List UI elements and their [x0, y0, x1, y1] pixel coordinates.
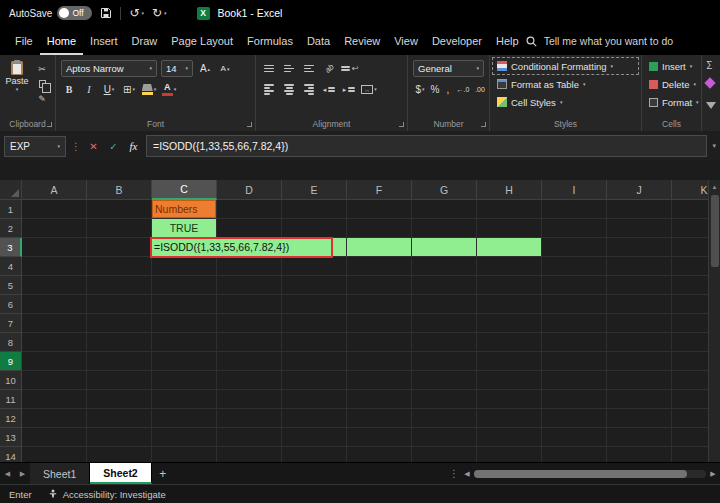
bold-button[interactable]: B — [61, 81, 77, 98]
align-top-button[interactable] — [261, 60, 277, 77]
cell-B4[interactable] — [87, 257, 152, 276]
orientation-button[interactable] — [321, 60, 337, 77]
decrease-indent-button[interactable] — [321, 81, 337, 98]
autosum-button[interactable]: ∑ — [706, 59, 720, 69]
merge-center-button[interactable] — [361, 81, 377, 98]
cell-C11[interactable] — [152, 390, 217, 409]
cell-E9[interactable] — [282, 352, 347, 371]
row-header-11[interactable]: 11 — [0, 390, 22, 409]
cut-button[interactable]: ✂ — [34, 62, 50, 75]
menu-tab-review[interactable]: Review — [337, 29, 387, 55]
comma-style-button[interactable]: , — [443, 81, 453, 98]
cell-B7[interactable] — [87, 314, 152, 333]
cell-H6[interactable] — [477, 295, 542, 314]
column-header-I[interactable]: I — [542, 180, 607, 200]
row-header-12[interactable]: 12 — [0, 409, 22, 428]
row-header-1[interactable]: 1 — [0, 200, 22, 219]
cell-E2[interactable] — [282, 219, 347, 238]
cell-D6[interactable] — [217, 295, 282, 314]
menu-tab-page-layout[interactable]: Page Layout — [164, 29, 240, 55]
cell-H3[interactable] — [477, 238, 542, 257]
cell-A4[interactable] — [22, 257, 87, 276]
row-header-13[interactable]: 13 — [0, 428, 22, 447]
cell-A3[interactable] — [22, 238, 87, 257]
enter-button[interactable]: ✓ — [106, 141, 121, 152]
cell-F13[interactable] — [347, 428, 412, 447]
row-header-7[interactable]: 7 — [0, 314, 22, 333]
cell-C12[interactable] — [152, 409, 217, 428]
cell-H4[interactable] — [477, 257, 542, 276]
column-header-F[interactable]: F — [347, 180, 412, 200]
cell-B8[interactable] — [87, 333, 152, 352]
cell-D11[interactable] — [217, 390, 282, 409]
cell-A13[interactable] — [22, 428, 87, 447]
cell-F2[interactable] — [347, 219, 412, 238]
cell-G3[interactable] — [412, 238, 477, 257]
cell-I2[interactable] — [542, 219, 607, 238]
cell-B6[interactable] — [87, 295, 152, 314]
redo-button[interactable]: ↻ — [152, 7, 167, 19]
cell-I5[interactable] — [542, 276, 607, 295]
cell-A7[interactable] — [22, 314, 87, 333]
select-all-corner[interactable] — [0, 180, 22, 200]
cell-C13[interactable] — [152, 428, 217, 447]
cell-F4[interactable] — [347, 257, 412, 276]
cell-H7[interactable] — [477, 314, 542, 333]
decrease-font-size-button[interactable] — [217, 60, 233, 77]
copy-button[interactable] — [34, 77, 50, 90]
cell-E13[interactable] — [282, 428, 347, 447]
cell-C8[interactable] — [152, 333, 217, 352]
menu-tab-home[interactable]: Home — [40, 29, 83, 55]
font-dialog-launcher[interactable] — [247, 122, 252, 127]
cell-A14[interactable] — [22, 447, 87, 462]
cell-H9[interactable] — [477, 352, 542, 371]
autosave-switch[interactable]: Off — [57, 6, 92, 20]
row-header-2[interactable]: 2 — [0, 219, 22, 238]
cell-G5[interactable] — [412, 276, 477, 295]
cell-C7[interactable] — [152, 314, 217, 333]
cell-G8[interactable] — [412, 333, 477, 352]
cell-G13[interactable] — [412, 428, 477, 447]
cell-H14[interactable] — [477, 447, 542, 462]
scroll-up-icon[interactable] — [712, 180, 718, 193]
column-header-B[interactable]: B — [87, 180, 152, 200]
name-box[interactable]: EXP — [4, 136, 66, 157]
borders-button[interactable]: ⊞ — [121, 81, 137, 98]
column-header-C[interactable]: C — [152, 180, 217, 200]
cell-D2[interactable] — [217, 219, 282, 238]
cell-I6[interactable] — [542, 295, 607, 314]
row-header-5[interactable]: 5 — [0, 276, 22, 295]
save-button[interactable] — [100, 7, 112, 19]
cell-F5[interactable] — [347, 276, 412, 295]
cell-H5[interactable] — [477, 276, 542, 295]
sheet-nav-prev-icon[interactable] — [0, 463, 15, 484]
cell-G6[interactable] — [412, 295, 477, 314]
cell-J2[interactable] — [607, 219, 672, 238]
cell-B5[interactable] — [87, 276, 152, 295]
increase-font-size-button[interactable] — [197, 60, 213, 77]
cell-G11[interactable] — [412, 390, 477, 409]
cell-G9[interactable] — [412, 352, 477, 371]
undo-button[interactable]: ↺ — [129, 7, 144, 19]
cell-F14[interactable] — [347, 447, 412, 462]
cell-J12[interactable] — [607, 409, 672, 428]
cell-D8[interactable] — [217, 333, 282, 352]
row-header-14[interactable]: 14 — [0, 447, 22, 462]
cell-B11[interactable] — [87, 390, 152, 409]
increase-indent-button[interactable] — [341, 81, 357, 98]
cell-C1[interactable]: Numbers — [152, 200, 217, 219]
cell-E11[interactable] — [282, 390, 347, 409]
cell-I12[interactable] — [542, 409, 607, 428]
row-header-10[interactable]: 10 — [0, 371, 22, 390]
accounting-format-button[interactable]: $ — [413, 81, 427, 98]
cell-E8[interactable] — [282, 333, 347, 352]
align-right-button[interactable] — [301, 81, 317, 98]
cell-H12[interactable] — [477, 409, 542, 428]
cell-A6[interactable] — [22, 295, 87, 314]
percent-style-button[interactable]: % — [429, 81, 441, 98]
cell-D1[interactable] — [217, 200, 282, 219]
cell-G7[interactable] — [412, 314, 477, 333]
cell-edit-overlay[interactable]: =ISODD({1,33,55,66,7.82,4}) — [150, 237, 333, 258]
cell-F9[interactable] — [347, 352, 412, 371]
cell-E10[interactable] — [282, 371, 347, 390]
